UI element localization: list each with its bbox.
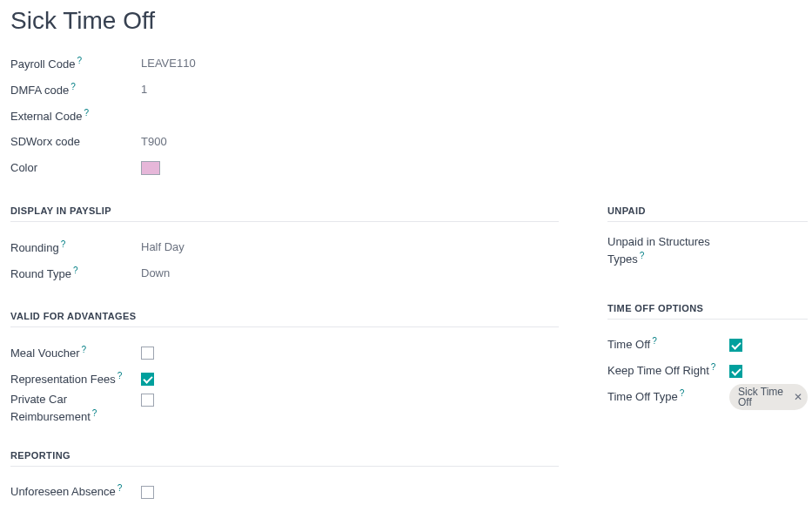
color-value [141, 160, 160, 176]
spacer [607, 268, 808, 279]
section-time-off-options: TIME OFF OPTIONS [607, 303, 808, 320]
field-private-car: Private Car Reimbursement? [10, 392, 559, 426]
field-time-off: Time Off? [607, 332, 808, 358]
representation-fees-label-text: Representation Fees [10, 373, 116, 386]
meal-voucher-value [141, 345, 154, 360]
sdworx-code-value[interactable]: T900 [141, 134, 167, 150]
field-meal-voucher: Meal Voucher? [10, 340, 559, 366]
help-icon[interactable]: ? [117, 371, 123, 380]
keep-right-checkbox[interactable] [729, 365, 742, 378]
time-off-type-tag[interactable]: Sick Time Off ✕ [729, 384, 808, 410]
representation-fees-checkbox[interactable] [141, 373, 154, 386]
left-column: Payroll Code? LEAVE110 DMFA code? 1 Exte… [10, 50, 559, 505]
field-payroll-code: Payroll Code? LEAVE110 [10, 50, 559, 77]
private-car-checkbox[interactable] [141, 394, 154, 407]
representation-fees-value [141, 371, 154, 387]
help-icon[interactable]: ? [61, 239, 66, 249]
help-icon[interactable]: ? [640, 251, 645, 260]
remove-tag-icon[interactable]: ✕ [794, 392, 802, 402]
color-label-text: Color [10, 161, 37, 174]
color-label: Color [10, 160, 141, 176]
columns: Payroll Code? LEAVE110 DMFA code? 1 Exte… [10, 50, 802, 505]
help-icon[interactable]: ? [82, 345, 87, 354]
field-representation-fees: Representation Fees? [10, 366, 559, 392]
help-icon[interactable]: ? [77, 56, 82, 65]
section-valid-for-advantages: VALID FOR ADVANTAGES [10, 311, 559, 327]
field-sdworx-code: SDWorx code T900 [10, 129, 559, 155]
section-unpaid: UNPAID [607, 205, 808, 222]
field-color: Color [10, 155, 559, 181]
rounding-label: Rounding? [10, 239, 141, 257]
unforeseen-absence-checkbox[interactable] [141, 486, 154, 499]
time-off-label: Time Off? [607, 335, 729, 353]
help-icon[interactable]: ? [117, 483, 123, 493]
field-unforeseen-absence: Unforeseen Absence? [10, 479, 559, 505]
field-dmfa-code: DMFA code? 1 [10, 77, 559, 103]
help-icon[interactable]: ? [680, 388, 685, 398]
time-off-label-text: Time Off [607, 339, 650, 352]
spacer [607, 50, 808, 181]
dmfa-code-label-text: DMFA code [10, 84, 69, 97]
help-icon[interactable]: ? [84, 108, 89, 118]
meal-voucher-label-text: Meal Voucher [10, 347, 80, 360]
round-type-value[interactable]: Down [141, 266, 170, 281]
field-time-off-type: Time Off Type? Sick Time Off ✕ [607, 384, 808, 410]
field-round-type: Round Type? Down [10, 260, 559, 286]
help-icon[interactable]: ? [92, 408, 97, 418]
unpaid-structures-label: Unpaid in Structures Types? [607, 234, 729, 268]
private-car-label: Private Car Reimbursement? [10, 392, 141, 426]
external-code-label-text: External Code [10, 110, 82, 123]
keep-right-label: Keep Time Off Right? [607, 361, 729, 380]
time-off-type-tag-text: Sick Time Off [738, 387, 789, 407]
rounding-label-text: Rounding [10, 241, 59, 254]
meal-voucher-label: Meal Voucher? [10, 344, 141, 362]
round-type-label-text: Round Type [10, 267, 71, 280]
dmfa-code-value[interactable]: 1 [141, 82, 147, 98]
help-icon[interactable]: ? [652, 336, 657, 346]
page: Sick Time Off Payroll Code? LEAVE110 DMF… [0, 0, 812, 522]
time-off-value [729, 337, 742, 353]
keep-right-label-text: Keep Time Off Right [607, 365, 709, 378]
field-keep-right: Keep Time Off Right? [607, 358, 808, 384]
field-external-code: External Code? [10, 103, 559, 129]
field-rounding: Rounding? Half Day [10, 234, 559, 260]
payroll-code-label-text: Payroll Code [10, 57, 75, 71]
private-car-value [141, 392, 154, 407]
color-swatch[interactable] [141, 161, 160, 175]
unforeseen-absence-value [141, 484, 154, 500]
representation-fees-label: Representation Fees? [10, 370, 141, 388]
sdworx-code-label-text: SDWorx code [10, 135, 80, 148]
time-off-type-label-text: Time Off Type [607, 391, 678, 404]
help-icon[interactable]: ? [70, 82, 76, 91]
rounding-value[interactable]: Half Day [141, 239, 185, 255]
page-title: Sick Time Off [10, 7, 802, 35]
dmfa-code-label: DMFA code? [10, 81, 141, 99]
right-column: UNPAID Unpaid in Structures Types? TIME … [607, 50, 808, 410]
payroll-code-label: Payroll Code? [10, 55, 141, 73]
unforeseen-absence-label-text: Unforeseen Absence [10, 486, 116, 499]
field-unpaid-structures: Unpaid in Structures Types? [607, 234, 808, 268]
external-code-label: External Code? [10, 107, 141, 125]
help-icon[interactable]: ? [711, 362, 716, 372]
keep-right-value [729, 363, 742, 379]
time-off-type-value: Sick Time Off ✕ [729, 384, 808, 410]
unpaid-structures-label-text: Unpaid in Structures Types [607, 235, 710, 266]
section-display-in-payslip: DISPLAY IN PAYSLIP [10, 205, 559, 222]
private-car-label-text: Private Car Reimbursement [10, 393, 91, 424]
round-type-label: Round Type? [10, 265, 141, 283]
time-off-type-label: Time Off Type? [607, 387, 729, 406]
section-reporting: REPORTING [10, 450, 559, 467]
payroll-code-value[interactable]: LEAVE110 [141, 56, 196, 71]
sdworx-code-label: SDWorx code [10, 134, 141, 150]
meal-voucher-checkbox[interactable] [141, 347, 154, 360]
time-off-checkbox[interactable] [729, 339, 742, 352]
help-icon[interactable]: ? [73, 266, 78, 275]
unforeseen-absence-label: Unforeseen Absence? [10, 482, 141, 501]
